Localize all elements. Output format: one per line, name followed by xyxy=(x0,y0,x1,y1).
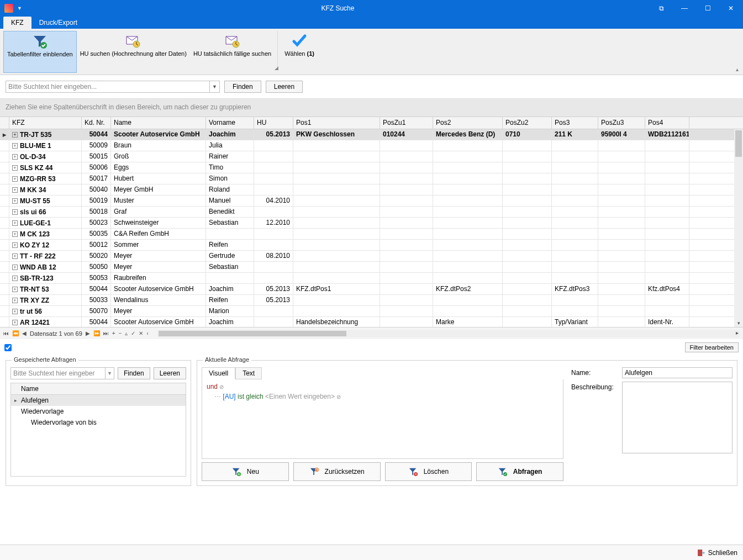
query-description-input[interactable] xyxy=(622,382,733,453)
column-indicator[interactable] xyxy=(0,117,9,129)
table-row[interactable]: +KO ZY 1250012SommerReifen xyxy=(0,240,743,251)
expand-icon[interactable]: + xyxy=(12,253,18,259)
tab-kfz[interactable]: KFZ xyxy=(3,17,31,29)
nav-post-icon[interactable]: ✓ xyxy=(131,330,135,336)
table-row[interactable]: +SLS KZ 4450006EggsTimo xyxy=(0,162,743,173)
nav-prev-icon[interactable]: ◀ xyxy=(22,330,27,336)
table-row[interactable]: +M KK 3450040Meyer GmbHRoland xyxy=(0,184,743,196)
nav-remove-icon[interactable]: − xyxy=(119,330,122,336)
expand-icon[interactable]: + xyxy=(12,320,18,325)
vertical-scrollbar[interactable]: ▴ ▾ xyxy=(734,129,743,327)
column-header[interactable]: Pos1 xyxy=(293,117,380,129)
nav-first-icon[interactable]: ⏮ xyxy=(3,330,9,336)
table-row[interactable]: +AR 1242150044Scooter Autoservice GmbHJo… xyxy=(0,317,743,327)
expand-icon[interactable]: + xyxy=(12,209,18,215)
new-query-button[interactable]: Neu xyxy=(202,462,289,481)
scroll-right-icon[interactable]: ▸ xyxy=(736,330,739,336)
expand-icon[interactable]: + xyxy=(12,309,18,314)
column-header[interactable]: PosZu3 xyxy=(598,117,645,129)
column-header[interactable]: HU xyxy=(254,117,293,129)
expand-icon[interactable]: + xyxy=(12,176,18,182)
expand-icon[interactable]: + xyxy=(12,187,18,193)
delete-query-button[interactable]: Löschen xyxy=(385,462,472,481)
table-row[interactable]: +BLU-ME 150009BraunJulia xyxy=(0,140,743,151)
nav-refresh-icon[interactable]: ‹ xyxy=(146,330,148,336)
nav-last-icon[interactable]: ⏭ xyxy=(103,330,109,336)
tab-druck-export[interactable]: Druck/Export xyxy=(31,17,85,29)
table-row[interactable]: +tr ut 5650070MeyerMarion xyxy=(0,306,743,317)
nav-nextpage-icon[interactable]: ⏩ xyxy=(93,330,100,336)
tab-visuell[interactable]: Visuell xyxy=(202,367,235,379)
group-panel[interactable]: Ziehen Sie eine Spaltenüberschrift in di… xyxy=(0,99,743,117)
expand-icon[interactable]: + xyxy=(12,154,18,160)
expand-icon[interactable]: + xyxy=(12,242,18,248)
saved-clear-button[interactable]: Leeren xyxy=(154,367,186,379)
column-header[interactable]: PosZu1 xyxy=(380,117,433,129)
find-button[interactable]: Finden xyxy=(224,81,261,93)
expand-icon[interactable]: + xyxy=(12,298,18,303)
column-header[interactable]: KFZ xyxy=(9,117,82,129)
nav-edit-icon[interactable]: ▵ xyxy=(125,330,128,336)
column-header[interactable]: Vorname xyxy=(206,117,254,129)
table-row[interactable]: +WND AB 1250050MeyerSebastian xyxy=(0,262,743,273)
table-row[interactable]: +TT - RF 22250020MeyerGertrude08.2010 xyxy=(0,251,743,262)
group-launcher-icon[interactable]: ◢ xyxy=(275,65,278,71)
table-row[interactable]: +TR-NT 5350044Scooter Autoservice GmbHJo… xyxy=(0,284,743,295)
close-button[interactable]: Schließen xyxy=(708,549,737,557)
scroll-thumb[interactable] xyxy=(159,331,346,336)
table-row[interactable]: +MU-ST 5550019MusterManuel04.2010 xyxy=(0,196,743,207)
expand-icon[interactable]: + xyxy=(12,265,18,270)
nav-cancel-icon[interactable]: ✕ xyxy=(139,330,143,336)
chevron-down-icon[interactable]: ▼ xyxy=(209,81,219,92)
filter-edit-button[interactable]: Filter bearbeiten xyxy=(685,342,739,352)
table-row[interactable]: +MZG-RR 5350017HubertSimon xyxy=(0,173,743,184)
table-row[interactable]: +sls ui 6650018GrafBenedikt xyxy=(0,207,743,218)
column-header[interactable]: Pos4 xyxy=(645,117,689,129)
nav-add-icon[interactable]: + xyxy=(112,330,115,336)
table-row[interactable]: +LUE-GE-150023SchweinsteigerSebastian12.… xyxy=(0,218,743,229)
list-item[interactable]: Wiedervorlage xyxy=(11,406,186,417)
column-header[interactable]: PosZu2 xyxy=(503,117,552,129)
table-row[interactable]: +M CK 12350035C&A Reifen GmbH xyxy=(0,229,743,240)
maximize-button[interactable]: ☐ xyxy=(700,4,715,12)
expand-icon[interactable]: + xyxy=(12,198,18,204)
expand-icon[interactable]: + xyxy=(12,276,18,281)
search-combo[interactable]: Bitte Suchtext hier eingeben... ▼ xyxy=(6,81,220,93)
expand-icon[interactable]: + xyxy=(12,143,18,149)
saved-find-button[interactable]: Finden xyxy=(118,367,150,379)
list-item[interactable]: ▸Alufelgen xyxy=(11,395,186,406)
horizontal-scrollbar[interactable]: ▸ xyxy=(157,330,740,337)
clear-condition-icon[interactable]: ⊘ xyxy=(219,384,224,390)
saved-search-combo[interactable]: Bitte Suchtext hier eingeber ▼ xyxy=(10,367,114,379)
query-builder[interactable]: und ⊘ ⋯ [AU] ist gleich <Einen Wert eing… xyxy=(202,379,563,459)
expand-icon[interactable]: + xyxy=(12,165,18,171)
clear-button[interactable]: Leeren xyxy=(266,81,303,93)
run-query-button[interactable]: Abfragen xyxy=(476,462,563,481)
ribbon-tabellenfilter[interactable]: Tabellenfilter einblenden xyxy=(3,31,77,73)
expand-icon[interactable]: + xyxy=(12,132,18,138)
table-row[interactable]: +OL-D-3450015GroßRainer xyxy=(0,151,743,162)
reset-query-button[interactable]: Zurücksetzen xyxy=(293,462,381,481)
minimize-button[interactable]: — xyxy=(677,4,692,12)
column-header[interactable]: Pos3 xyxy=(552,117,598,129)
ribbon-hu-hochrechnung[interactable]: HU suchen (Hochrechnung alter Daten) xyxy=(77,31,190,73)
column-header[interactable]: Pos2 xyxy=(433,117,503,129)
qat-dropdown-icon[interactable]: ▼ xyxy=(17,6,22,11)
expand-icon[interactable]: + xyxy=(12,231,18,237)
scroll-thumb[interactable] xyxy=(735,130,742,157)
query-name-input[interactable] xyxy=(622,367,733,378)
tab-text[interactable]: Text xyxy=(235,367,262,379)
clear-condition-icon[interactable]: ⊘ xyxy=(336,394,341,400)
expand-icon[interactable]: + xyxy=(12,220,18,226)
ribbon-waehlen[interactable]: Wählen (1) xyxy=(281,31,318,73)
expand-icon[interactable]: + xyxy=(12,287,18,292)
scroll-down-icon[interactable]: ▾ xyxy=(734,319,743,327)
nav-prevpage-icon[interactable]: ⏪ xyxy=(12,330,19,336)
nav-next-icon[interactable]: ▶ xyxy=(86,330,90,336)
chevron-down-icon[interactable]: ▼ xyxy=(105,368,114,379)
filter-enabled-checkbox[interactable] xyxy=(4,344,12,351)
column-header[interactable]: Name xyxy=(111,117,206,129)
restore-down-icon[interactable]: ⧉ xyxy=(654,4,669,12)
table-row[interactable]: ▸+TR-JT 53550044Scooter Autoservice GmbH… xyxy=(0,129,743,140)
list-column-header[interactable]: Name xyxy=(11,383,186,395)
